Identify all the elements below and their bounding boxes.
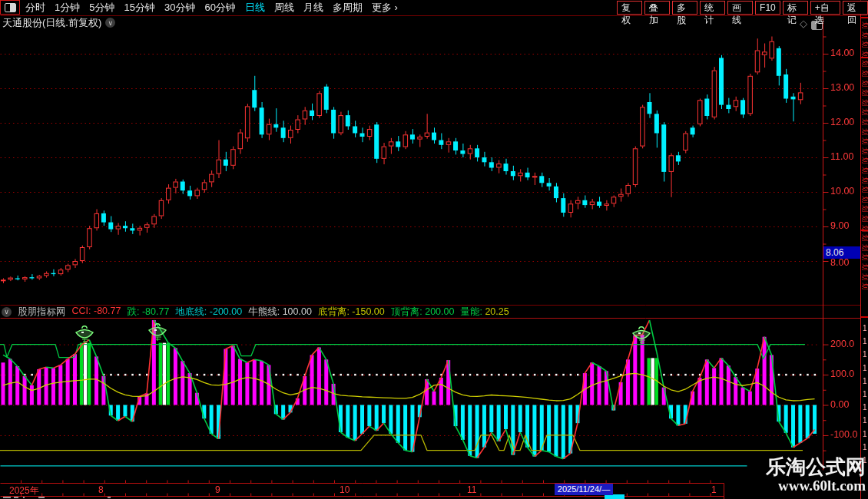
right-strip-glyph: 划: [860, 273, 868, 280]
indicator-field-label: 牛熊线:: [248, 306, 282, 317]
top-toolbar: 分时1分钟5分钟15分钟30分钟60分钟日线周线月线多周期更多 › 复权叠加多股…: [0, 0, 868, 15]
right-strip-glyph: 划: [860, 253, 868, 260]
price-highlight-badge: 8.06: [823, 246, 860, 259]
chevron-down-icon[interactable]: ∨: [105, 18, 115, 28]
right-strip-glyph: 划: [860, 99, 868, 106]
period-tab-15分钟[interactable]: 15分钟: [124, 1, 154, 15]
chart-canvas: [0, 0, 868, 499]
indicator-axis-label: 200.0: [830, 339, 854, 349]
period-tab-日线[interactable]: 日线: [245, 1, 265, 15]
price-axis-label: 9.00: [830, 220, 849, 231]
split-view-icon: [5, 3, 16, 12]
right-strip-glyph: 划: [860, 21, 868, 28]
price-axis-label: 8.00: [830, 257, 849, 268]
watermark-site-name: 乐淘公式网: [766, 454, 866, 481]
toolbar-button-标记[interactable]: 标记: [783, 1, 808, 15]
right-strip-glyph: 划: [860, 80, 868, 87]
indicator-field-value: 20.25: [485, 306, 509, 317]
right-strip-glyph: 划: [860, 205, 868, 212]
right-strip-glyph: 划: [860, 225, 868, 232]
stock-title: 天通股份(日线.前复权): [2, 16, 101, 30]
right-strip-glyph: 划: [860, 263, 868, 270]
price-axis-label: 14.00: [830, 48, 854, 58]
indicator-field-label: CCI:: [72, 306, 94, 316]
indicator-field-value: 200.00: [425, 306, 454, 317]
right-strip-digit: 1: [863, 416, 867, 425]
period-tab-30分钟[interactable]: 30分钟: [164, 1, 195, 15]
indicator-field-value: -150.00: [352, 306, 384, 317]
price-axis-label: 13.00: [830, 82, 854, 93]
indicator-field-value: 100.00: [283, 306, 312, 317]
toolbar-buttons: 复权叠加多股统计画线F10标记+自选返回: [617, 1, 868, 15]
date-axis-label: 2025年: [9, 484, 39, 497]
right-strip-glyph: 划: [860, 147, 868, 154]
trading-app: { "toolbar": { "left_icon": "split-view-…: [0, 0, 868, 499]
right-strip-glyph: 划: [860, 244, 868, 251]
date-axis-label: 10: [340, 484, 350, 495]
price-axis-label: 12.00: [830, 117, 854, 127]
right-strip-digit: 1: [863, 430, 867, 438]
toolbar-button-画线[interactable]: 画线: [727, 1, 753, 15]
toolbar-button-复权[interactable]: 复权: [617, 1, 642, 15]
period-tab-分时[interactable]: 分时: [25, 1, 45, 15]
period-tab-月线[interactable]: 月线: [303, 1, 323, 15]
period-tab-60分钟[interactable]: 60分钟: [204, 1, 235, 15]
right-strip-digit: 1: [863, 390, 867, 398]
right-strip-glyph: 划: [860, 137, 868, 144]
right-strip-glyph: 划: [860, 196, 868, 203]
period-tab-更多 ›[interactable]: 更多 ›: [372, 1, 398, 15]
right-strip-glyph: 划: [860, 186, 868, 193]
period-tab-1分钟[interactable]: 1分钟: [55, 1, 80, 15]
indicator-header: ∨ 股朋指标网 CCI: -80.77跌: -80.77地底线: -200.00…: [2, 306, 509, 317]
right-strip-glyph: 划: [860, 108, 868, 115]
indicator-field-value: -80.77: [94, 306, 121, 316]
right-strip-glyph: 划: [860, 128, 868, 135]
date-highlight-badge: 2025/11/24/—: [555, 484, 613, 495]
indicator-values: CCI: -80.77跌: -80.77地底线: -200.00牛熊线: 100…: [72, 306, 509, 319]
right-strip-digit: 1: [863, 337, 867, 345]
date-axis-label: 8: [98, 484, 104, 495]
toolbar-button-返回[interactable]: 返回: [843, 1, 868, 15]
price-axis-label: 11.00: [830, 151, 853, 162]
right-strip-glyph: 划: [860, 283, 868, 289]
indicator-field-label: 跌:: [127, 306, 141, 317]
right-strip-glyph: 划: [860, 41, 868, 48]
toolbar-button-F10[interactable]: F10: [755, 1, 780, 15]
right-strip-glyph: 划: [860, 31, 868, 38]
period-tab-多周期[interactable]: 多周期: [333, 1, 363, 15]
right-strip-glyph: 划: [860, 51, 868, 58]
right-strip-glyph: 划: [860, 70, 868, 77]
right-strip-digit: 1: [863, 377, 867, 385]
indicator-field: 底背离: -150.00: [318, 306, 385, 319]
split-view-button[interactable]: [0, 0, 20, 15]
right-strip-glyph: 划: [860, 167, 868, 173]
indicator-axis-label: 100.0: [830, 368, 854, 379]
period-tab-周线[interactable]: 周线: [274, 1, 294, 15]
indicator-field: 量能: 20.25: [460, 306, 509, 319]
toolbar-button-叠加[interactable]: 叠加: [644, 1, 670, 15]
indicator-field-label: 量能:: [460, 306, 485, 317]
toolbar-button-多股[interactable]: 多股: [672, 1, 697, 15]
right-strip-glyph: 划: [860, 177, 868, 183]
diamond-icon[interactable]: ◇: [800, 18, 807, 29]
indicator-axis-label: -100.0: [830, 429, 857, 440]
period-menu: 分时1分钟5分钟15分钟30分钟60分钟日线周线月线多周期更多 ›: [25, 0, 398, 15]
right-strip-glyph: 划: [860, 157, 868, 164]
right-strip-glyph: 划: [860, 60, 868, 67]
toolbar-button-+自选[interactable]: +自选: [810, 1, 840, 15]
indicator-name: 股朋指标网: [18, 306, 66, 319]
right-strip-glyph: 划: [860, 215, 868, 222]
indicator-field-label: 地底线:: [175, 306, 209, 317]
chart-title-row: 天通股份(日线.前复权) ∨: [2, 17, 115, 28]
right-strip-digit: 1: [863, 324, 867, 332]
indicator-field-value: -80.77: [142, 306, 169, 317]
indicator-field-label: 顶背离:: [391, 306, 425, 317]
indicator-collapse-icon[interactable]: ∨: [2, 307, 12, 317]
right-strip-digit: 1: [863, 443, 867, 451]
toolbar-button-统计[interactable]: 统计: [700, 1, 725, 15]
indicator-field: 牛熊线: 100.00: [248, 306, 312, 319]
watermark-url: www.60lt.com: [778, 478, 866, 494]
indicator-field-label: 底背离:: [318, 306, 352, 317]
period-tab-5分钟[interactable]: 5分钟: [89, 1, 114, 15]
right-strip-digit: 1: [863, 350, 867, 359]
